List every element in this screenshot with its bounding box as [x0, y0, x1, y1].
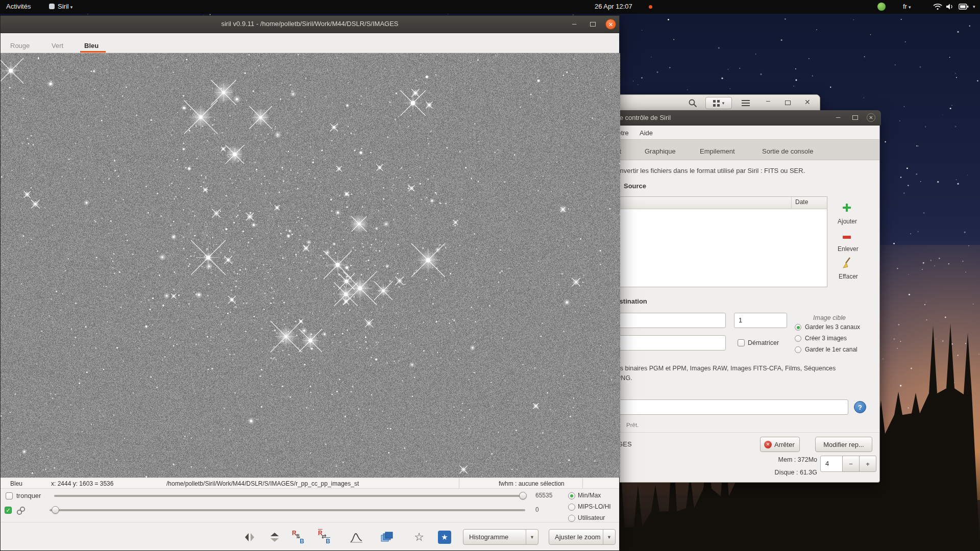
high-level-value: 65535 [535, 492, 552, 499]
system-menu-chevron-icon[interactable]: ▾ [973, 4, 975, 9]
high-level-slider[interactable] [54, 495, 525, 497]
tab-graphique[interactable]: Graphique [645, 147, 676, 155]
hamburger-menu-icon[interactable] [742, 98, 750, 108]
low-level-knob[interactable] [52, 506, 59, 514]
battery-icon[interactable] [959, 4, 969, 10]
stop-icon: ✕ [764, 441, 772, 448]
threads-decrement-button[interactable]: − [842, 456, 860, 472]
desktop: ▾ – ✕ Fenêtre de contrôle de Siril – ✕ F… [0, 0, 980, 551]
radio-keep-3-channels[interactable] [795, 324, 801, 331]
threads-spinner-value[interactable]: 4 [820, 456, 843, 472]
star-detection-button[interactable]: ☆ [409, 527, 429, 547]
source-heading: Source [624, 182, 646, 190]
status-channel: Bleu [10, 480, 22, 487]
radio-user-label[interactable]: Utilisateur [578, 514, 605, 521]
tab-vert[interactable]: Vert [52, 42, 63, 49]
files-maximize-button[interactable] [785, 101, 791, 105]
flip-horizontal-icon [243, 531, 256, 543]
main-titlebar[interactable]: siril v0.9.11 - /home/polletb/Siril/Work… [1, 16, 619, 33]
keyboard-layout-label: fr [903, 3, 907, 10]
stop-button[interactable]: ✕ Arrêter [760, 437, 800, 452]
status-path: /home/polletb/Siril/Work/M44/DSLR/S/IMAG… [166, 480, 359, 487]
radio-keep-first-channel-label[interactable]: Garder le 1er canal [805, 346, 857, 353]
swap-rb-alt-button[interactable]: R⇄B [314, 527, 334, 547]
tab-rouge[interactable]: Rouge [10, 42, 30, 49]
high-level-knob[interactable] [519, 492, 527, 499]
image-statusbar: Bleu x: 2444 y: 1603 = 3536 /home/pollet… [1, 478, 619, 489]
wifi-icon[interactable] [933, 3, 942, 10]
radio-keep-3-channels-label[interactable]: Garder les 3 canaux [805, 323, 860, 331]
files-minimize-button[interactable]: – [766, 96, 770, 105]
zoom-dropdown[interactable]: Ajuster le zoom ▼ [549, 529, 616, 545]
tab-bleu[interactable]: Bleu [84, 42, 99, 49]
notification-dot [649, 5, 652, 9]
flip-vertical-button[interactable] [265, 527, 284, 547]
low-level-slider[interactable] [50, 509, 525, 511]
image-target-label: Image cible [813, 314, 846, 321]
volume-icon[interactable] [946, 3, 954, 10]
histogram-mode-label: Histogramme [469, 533, 508, 541]
sequence-layers-button[interactable] [377, 527, 397, 547]
active-tab-underline [80, 51, 106, 53]
demosaic-label[interactable]: Dématricer [748, 339, 779, 346]
tab-empilement[interactable]: Empilement [700, 147, 735, 155]
truncate-label[interactable]: tronquer [16, 492, 41, 499]
status-indicator-icon[interactable] [877, 3, 886, 11]
link-levels-checkbox[interactable]: ✓ [5, 507, 12, 514]
modify-dir-label: Modifier rep... [823, 441, 864, 448]
flip-horizontal-button[interactable] [240, 527, 259, 547]
modify-dir-button[interactable]: Modifier rep... [815, 437, 872, 452]
radio-minmax[interactable] [568, 492, 575, 499]
files-close-button[interactable]: ✕ [804, 98, 811, 106]
ready-status: Prêt. [626, 422, 639, 428]
radio-create-3-images[interactable] [795, 335, 801, 342]
column-separator [791, 197, 792, 209]
truncate-checkbox[interactable] [6, 492, 13, 499]
clock[interactable]: 26 Apr 12:07 [595, 3, 632, 10]
radio-mips-label[interactable]: MIPS-LO/HI [578, 503, 611, 510]
demosaic-checkbox[interactable] [738, 339, 745, 346]
view-selector-button[interactable]: ▾ [705, 97, 732, 109]
swap-rb-icon: R⇅B [291, 531, 305, 544]
swap-rb-button[interactable]: R⇅B [288, 527, 308, 547]
chevron-down-icon: ▾ [722, 101, 725, 106]
histogram-mode-dropdown[interactable]: Histogramme ▼ [463, 529, 538, 545]
add-icon[interactable] [843, 204, 851, 212]
radio-keep-first-channel[interactable] [795, 346, 801, 353]
radio-mips[interactable] [568, 504, 575, 511]
radio-create-3-images-label[interactable]: Créer 3 images [805, 335, 847, 342]
remove-icon[interactable] [843, 236, 851, 239]
date-column-header[interactable]: Date [795, 198, 808, 206]
status-cursor: x: 2444 y: 1603 = 3536 [51, 480, 113, 487]
remove-files-button[interactable]: Enlever [838, 245, 859, 253]
search-icon[interactable] [688, 98, 697, 108]
grid-view-icon [713, 100, 720, 107]
radio-user[interactable] [568, 515, 575, 522]
control-maximize-button[interactable] [852, 115, 858, 120]
keyboard-layout-indicator[interactable]: fr▾ [903, 3, 911, 10]
clear-broom-icon[interactable] [842, 257, 853, 269]
chain-link-icon[interactable] [16, 506, 26, 516]
control-close-button[interactable]: ✕ [867, 113, 875, 122]
star-outline-icon: ☆ [414, 531, 424, 544]
image-display-area[interactable] [1, 53, 620, 478]
app-menu-label: Siril [58, 3, 69, 10]
histogram-curve-icon [350, 531, 363, 543]
threads-increment-button[interactable]: + [859, 456, 876, 472]
menu-help[interactable]: Aide [640, 129, 653, 137]
psf-star-button[interactable]: ★ [435, 527, 454, 547]
tab-sortie-console[interactable]: Sortie de console [762, 147, 813, 155]
activities-button[interactable]: Activités [6, 3, 31, 10]
radio-minmax-label[interactable]: Min/Max [578, 492, 601, 499]
help-button[interactable]: ? [854, 401, 866, 413]
app-menu[interactable]: Siril▾ [49, 3, 72, 10]
histogram-transform-button[interactable] [347, 527, 366, 547]
clear-files-button[interactable]: Effacer [839, 273, 858, 280]
main-maximize-button[interactable] [590, 22, 596, 27]
main-close-button[interactable]: ✕ [605, 19, 616, 30]
add-files-button[interactable]: Ajouter [838, 218, 857, 225]
main-minimize-button[interactable]: – [572, 19, 576, 28]
stop-label: Arrêter [774, 441, 795, 448]
sequence-index-input[interactable]: 1 [734, 313, 787, 328]
control-minimize-button[interactable]: – [836, 112, 840, 121]
